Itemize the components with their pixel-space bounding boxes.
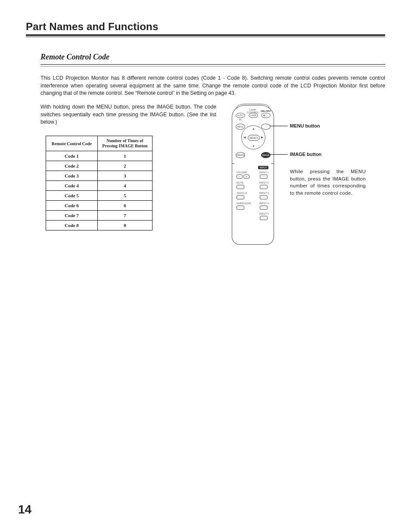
cell-presses: 4 <box>97 181 152 191</box>
chapter-title: Part Names and Functions <box>26 21 385 33</box>
intro-paragraph: This LCD Projection Monitor has 8 differ… <box>40 75 385 97</box>
cell-code: Code 7 <box>46 211 98 221</box>
callout-image: IMAGE button <box>290 152 321 157</box>
callout-menu: MENU button <box>290 123 320 128</box>
cell-code: Code 6 <box>46 201 98 211</box>
section-title: Remote Control Code <box>40 53 385 62</box>
button-input2 <box>260 185 268 189</box>
button-input3 <box>260 195 268 199</box>
callout-line-menu <box>270 126 288 126</box>
table-header-code: Remote Control Code <box>46 136 98 151</box>
table-row: Code 44 <box>46 181 153 191</box>
button-blank <box>261 124 271 130</box>
cell-presses: 5 <box>97 191 152 201</box>
table-header-presses: Number of Times of Pressing IMAGE Button <box>97 136 152 151</box>
button-auto-pc: AUTO PC <box>236 113 245 118</box>
button-image: IMAGE <box>261 152 271 158</box>
cell-presses: 7 <box>97 211 152 221</box>
label-input3: INPUT 3 <box>259 192 269 194</box>
remote-code-table: Remote Control Code Number of Times of P… <box>46 136 153 230</box>
button-menu: MENU <box>236 124 245 130</box>
button-input4 <box>260 205 268 210</box>
cell-code: Code 3 <box>46 171 98 181</box>
horizontal-rule <box>26 34 385 36</box>
cell-code: Code 4 <box>46 181 98 191</box>
button-volume-down: − <box>237 174 243 179</box>
cell-code: Code 1 <box>46 151 98 161</box>
cell-code: Code 8 <box>46 221 98 230</box>
button-input5 <box>260 216 268 220</box>
table-row: Code 55 <box>46 191 153 201</box>
button-on-off: ❶ | ○ <box>261 113 271 118</box>
remote-diagram: LAMP CONTROL ON-OFF AUTO PC LAMP ❶ | ○ M… <box>232 105 374 245</box>
instruction-paragraph: With holding down the MENU button, press… <box>40 103 216 126</box>
arrow-down-icon: ▼ <box>252 145 255 148</box>
cell-presses: 1 <box>97 151 152 161</box>
cell-presses: 2 <box>97 161 152 171</box>
button-freeze: FREEZE <box>236 152 245 158</box>
horizontal-rule-thin <box>26 37 385 37</box>
arrow-left-icon: ◀ <box>243 136 246 139</box>
cell-presses: 8 <box>97 221 152 230</box>
label-audio-s: AUDIO-S <box>237 192 249 194</box>
label-input-header: INPUT <box>258 166 268 169</box>
dpad: ▲ ▼ ◀ ▶ SELECT <box>241 125 265 149</box>
page-number: 14 <box>18 503 31 516</box>
callout-line-image <box>270 154 288 155</box>
table-row: Code 22 <box>46 161 153 171</box>
button-audio-s <box>237 195 244 199</box>
table-row: Code 11 <box>46 151 153 161</box>
label-mute: MUTE <box>237 181 249 184</box>
button-select: SELECT <box>248 135 260 141</box>
table-row: Code 88 <box>46 221 153 230</box>
button-input1 <box>260 174 268 179</box>
table-row: Code 77 <box>46 211 153 221</box>
cell-presses: 3 <box>97 171 152 181</box>
label-on-off: ON-OFF <box>260 110 272 112</box>
table-row: Code 33 <box>46 171 153 181</box>
notch-right <box>271 163 274 164</box>
arrow-up-icon: ▲ <box>252 127 255 130</box>
label-input4: INPUT 4 <box>259 202 269 205</box>
label-input2: INPUT 2 <box>259 181 269 184</box>
notch-left <box>232 163 234 164</box>
button-volume-up: + <box>243 174 249 179</box>
button-mute <box>237 185 244 189</box>
remote-body: LAMP CONTROL ON-OFF AUTO PC LAMP ❶ | ○ M… <box>232 105 274 245</box>
label-input1: INPUT 1 <box>259 171 269 174</box>
cell-code: Code 5 <box>46 191 98 201</box>
section-rule-gray <box>40 66 385 67</box>
arrow-right-icon: ▶ <box>261 136 263 139</box>
button-surround <box>237 205 244 210</box>
section-rule <box>40 64 385 65</box>
table-row: Code 66 <box>46 201 153 211</box>
cell-presses: 6 <box>97 201 152 211</box>
button-lamp: LAMP <box>249 113 258 118</box>
callout-help-text: While pressing the MENU button, press th… <box>290 168 366 197</box>
cell-code: Code 2 <box>46 161 98 171</box>
label-surround: SURROUND <box>237 202 252 205</box>
label-volume: VOLUME <box>237 171 249 174</box>
label-input5: INPUT 5 <box>259 212 269 215</box>
